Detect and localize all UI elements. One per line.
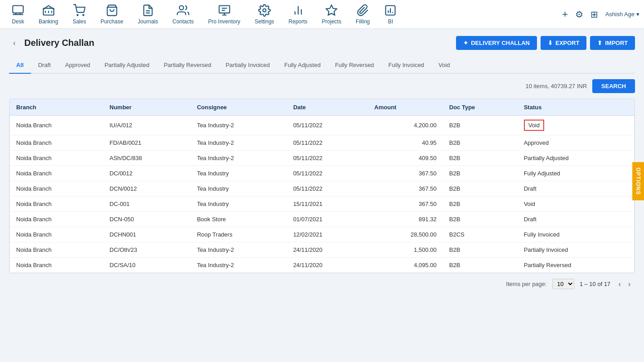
cell-number: DC/0012 bbox=[103, 166, 191, 181]
cell-date: 15/11/2021 bbox=[287, 197, 368, 212]
cell-number: DC-001 bbox=[103, 197, 191, 212]
cell-status: Partially Adjusted bbox=[518, 151, 635, 166]
delivery-challan-button[interactable]: ✦ DELIVERY CHALLAN bbox=[456, 36, 537, 50]
table-row: Noida BranchDCN/0012Tea Industry05/11/20… bbox=[10, 181, 635, 197]
cell-amount: 4,095.00 bbox=[368, 258, 443, 273]
col-amount: Amount bbox=[368, 99, 443, 116]
table-row: Noida BranchIU/A/012Tea Industry-205/11/… bbox=[10, 116, 635, 135]
page-header: ‹ Delivery Challan ✦ DELIVERY CHALLAN ⬇ … bbox=[9, 36, 635, 50]
pagination-prev[interactable]: ‹ bbox=[616, 279, 623, 289]
tab-void[interactable]: Void bbox=[431, 57, 457, 74]
nav-purchase[interactable]: Purchase bbox=[93, 0, 130, 29]
items-per-page-select[interactable]: 10 25 50 bbox=[552, 279, 574, 289]
cell-consignee[interactable]: Tea Industry-2 bbox=[191, 242, 287, 258]
col-consignee: Consignee bbox=[191, 99, 287, 116]
cell-number: ASh/DC/838 bbox=[103, 151, 191, 166]
nav-desk[interactable]: Desk bbox=[4, 0, 31, 29]
nav-settings[interactable]: Settings bbox=[247, 0, 281, 29]
cell-number: DCHN001 bbox=[103, 227, 191, 242]
cell-number: DCN/0012 bbox=[103, 181, 191, 197]
add-button[interactable]: + bbox=[562, 9, 568, 20]
cell-amount: 891.32 bbox=[368, 212, 443, 227]
cell-status: Void bbox=[518, 116, 635, 135]
tab-partially-invoiced[interactable]: Partially Invoiced bbox=[219, 57, 277, 74]
cell-consignee[interactable]: Tea Industry-2 bbox=[191, 258, 287, 273]
col-number: Number bbox=[103, 99, 191, 116]
cell-date: 05/11/2022 bbox=[287, 151, 368, 166]
table-row: Noida BranchDCHN001Roop Traders12/02/202… bbox=[10, 227, 635, 242]
nav-reports[interactable]: Reports bbox=[282, 0, 315, 29]
settings-icon[interactable]: ⚙ bbox=[575, 9, 583, 20]
tab-partially-adjusted[interactable]: Partially Adjusted bbox=[97, 57, 157, 74]
cell-branch: Noida Branch bbox=[10, 151, 103, 166]
tab-partially-reversed[interactable]: Partially Reversed bbox=[157, 57, 219, 74]
cell-doc-type: B2B bbox=[443, 116, 518, 135]
col-doc-type: Doc Type bbox=[443, 99, 518, 116]
cell-doc-type: B2B bbox=[443, 258, 518, 273]
search-bar-area: 10 items, 40739.27 INR SEARCH bbox=[9, 79, 635, 93]
nav-bi[interactable]: BI bbox=[377, 0, 404, 29]
table-row: Noida BranchDC-001Tea Industry15/11/2021… bbox=[10, 197, 635, 212]
svg-marker-21 bbox=[326, 5, 337, 15]
cell-amount: 1,500.00 bbox=[368, 242, 443, 258]
cell-consignee[interactable]: Tea Industry-2 bbox=[191, 135, 287, 151]
items-count: 10 items, 40739.27 INR bbox=[526, 83, 587, 89]
cell-date: 05/11/2022 bbox=[287, 116, 368, 135]
import-button[interactable]: ⬆ IMPORT bbox=[590, 36, 635, 50]
svg-point-8 bbox=[77, 14, 78, 15]
data-table: Branch Number Consignee Date Amount Doc … bbox=[9, 99, 635, 273]
cell-consignee[interactable]: Tea Industry-2 bbox=[191, 116, 287, 135]
cell-consignee[interactable]: Tea Industry bbox=[191, 181, 287, 197]
main-content: ‹ Delivery Challan ✦ DELIVERY CHALLAN ⬇ … bbox=[0, 29, 644, 302]
cell-consignee[interactable]: Tea Industry bbox=[191, 197, 287, 212]
tab-fully-invoiced[interactable]: Fully Invoiced bbox=[381, 57, 431, 74]
pagination-bar: Items per page: 10 25 50 1 – 10 of 17 ‹ … bbox=[9, 273, 635, 295]
pagination-next[interactable]: › bbox=[626, 279, 633, 289]
nav-right: + ⚙ ⊞ Ashish Age ▾ bbox=[562, 9, 640, 20]
cell-consignee[interactable]: Tea Industry-2 bbox=[191, 151, 287, 166]
cell-doc-type: B2B bbox=[443, 197, 518, 212]
search-button[interactable]: SEARCH bbox=[592, 79, 635, 93]
tab-fully-adjusted[interactable]: Fully Adjusted bbox=[277, 57, 328, 74]
svg-rect-14 bbox=[219, 5, 229, 13]
pagination-nav: ‹ › bbox=[616, 279, 633, 289]
cell-date: 12/02/2021 bbox=[287, 227, 368, 242]
back-button[interactable]: ‹ bbox=[9, 38, 20, 49]
cell-branch: Noida Branch bbox=[10, 227, 103, 242]
cell-date: 24/11/2020 bbox=[287, 258, 368, 273]
nav-pro-inventory[interactable]: Pro Inventory bbox=[201, 0, 247, 29]
cell-branch: Noida Branch bbox=[10, 181, 103, 197]
cell-date: 24/11/2020 bbox=[287, 242, 368, 258]
cell-branch: Noida Branch bbox=[10, 116, 103, 135]
export-button[interactable]: ⬇ EXPORT bbox=[541, 36, 586, 50]
cell-consignee[interactable]: Roop Traders bbox=[191, 227, 287, 242]
cell-status: Partially Reversed bbox=[518, 258, 635, 273]
cell-status: Void bbox=[518, 197, 635, 212]
options-tab[interactable]: OPTIONS bbox=[632, 162, 644, 200]
tab-approved[interactable]: Approved bbox=[58, 57, 98, 74]
nav-projects[interactable]: Projects bbox=[315, 0, 349, 29]
cell-status: Approved bbox=[518, 135, 635, 151]
tab-fully-reversed[interactable]: Fully Reversed bbox=[328, 57, 381, 74]
cell-branch: Noida Branch bbox=[10, 242, 103, 258]
cell-amount: 28,500.00 bbox=[368, 227, 443, 242]
cell-status: Partially Invoiced bbox=[518, 242, 635, 258]
cell-status: Draft bbox=[518, 181, 635, 197]
nav-contacts[interactable]: Contacts bbox=[165, 0, 201, 29]
user-menu[interactable]: Ashish Age ▾ bbox=[605, 11, 640, 18]
nav-journals[interactable]: Journals bbox=[130, 0, 165, 29]
nav-banking[interactable]: Banking bbox=[31, 0, 65, 29]
cell-consignee[interactable]: Tea Industry bbox=[191, 166, 287, 181]
nav-filling[interactable]: Filling bbox=[349, 0, 377, 29]
tab-all[interactable]: All bbox=[9, 57, 31, 74]
nav-sales[interactable]: Sales bbox=[65, 0, 93, 29]
cell-doc-type: B2B bbox=[443, 212, 518, 227]
items-per-page-label: Items per page: bbox=[506, 281, 546, 287]
cell-consignee[interactable]: Book Store bbox=[191, 212, 287, 227]
grid-icon[interactable]: ⊞ bbox=[590, 9, 598, 20]
cell-branch: Noida Branch bbox=[10, 166, 103, 181]
cell-branch: Noida Branch bbox=[10, 212, 103, 227]
tab-draft[interactable]: Draft bbox=[31, 57, 58, 74]
svg-point-17 bbox=[263, 9, 266, 12]
table-header-row: Branch Number Consignee Date Amount Doc … bbox=[10, 99, 635, 116]
